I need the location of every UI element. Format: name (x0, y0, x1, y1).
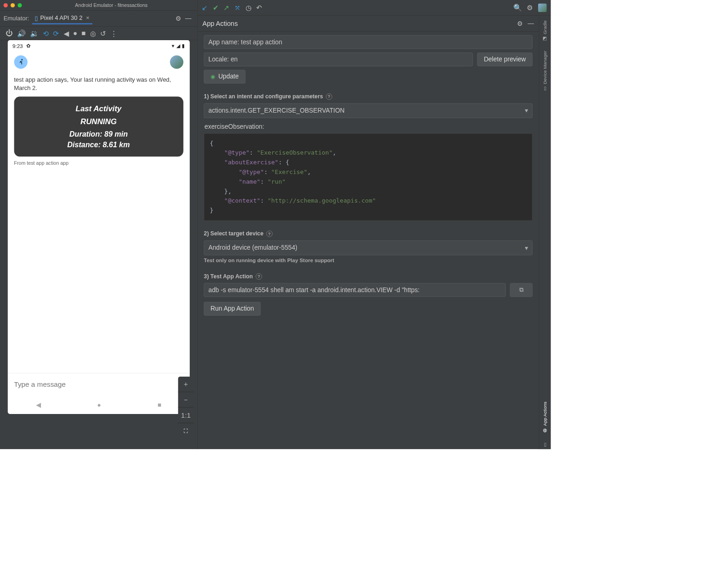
emulator-device-name: Pixel 4 API 30 2 (40, 14, 83, 21)
intent-select[interactable]: actions.intent.GET_EXERCISE_OBSERVATION … (204, 103, 533, 118)
rail-app-actions-label: App Actions (542, 402, 547, 426)
arrow-merge-icon[interactable]: ⤱ (234, 3, 240, 12)
rail-device-manager[interactable]: ▯ Device Manager (542, 49, 547, 93)
emulator-device-tab[interactable]: ▯ Pixel 4 API 30 2 × (32, 13, 92, 24)
rotate-right-icon[interactable]: ⟳ (53, 29, 59, 37)
device-select[interactable]: Android device (emulator-5554) ▾ (204, 240, 533, 255)
minimize-icon[interactable]: — (185, 15, 192, 22)
arrow-out-icon[interactable]: ↗ (223, 3, 229, 12)
chat-input-area[interactable] (7, 373, 189, 396)
rail-gradle[interactable]: ◪ Gradle (542, 19, 547, 43)
zoom-controls: ＋ － 1:1 ⛶ (178, 377, 194, 438)
emulator-titlebar[interactable]: Android Emulator - fitnessactions (0, 0, 197, 11)
battery-icon: ▮ (182, 42, 185, 49)
android-status-bar: 9:23 ✿ ▾ ◢ ▮ (7, 40, 189, 51)
zoom-reset-button[interactable]: 1:1 (178, 408, 194, 423)
back-icon[interactable]: ◀ (64, 29, 69, 37)
panel-minimize-icon[interactable]: — (528, 20, 534, 27)
gear-icon[interactable]: ⚙ (175, 15, 181, 23)
gradle-icon: ◪ (542, 36, 547, 42)
json-editor[interactable]: { "@type": "ExerciseObservation", "about… (204, 133, 533, 221)
menu-icon[interactable]: ⋮ (110, 29, 117, 37)
adb-command-field[interactable]: adb -s emulator-5554 shell am start -a a… (204, 283, 506, 297)
copy-button[interactable]: ⧉ (510, 283, 533, 297)
delete-preview-button[interactable]: Delete preview (477, 53, 533, 66)
app-name-field[interactable]: App name: test app action (204, 35, 533, 49)
screenshot-icon[interactable]: ◎ (90, 29, 96, 37)
check-icon[interactable]: ✔ (213, 3, 219, 12)
intent-select-value: actions.intent.GET_EXERCISE_OBSERVATION (209, 107, 345, 114)
step1-label: 1) Select an intent and configure parame… (204, 93, 533, 100)
step2-text: 2) Select target device (204, 230, 264, 237)
record-icon[interactable]: ↺ (100, 29, 106, 37)
panel-header: App Actions ⚙ — (198, 16, 539, 32)
android-nav-bar: ◀ ● ■ (7, 396, 189, 414)
status-gear-icon: ✿ (26, 42, 31, 49)
ide-toolbar: ↙ ✔ ↗ ⤱ ◷ ↶ 🔍 ⚙ (198, 0, 551, 16)
update-button-label: Update (218, 73, 239, 80)
panel-content: App name: test app action Locale: en Del… (198, 32, 539, 450)
emulator-window-title: Android Emulator - fitnessactions (29, 2, 194, 8)
ide-gear-icon[interactable]: ⚙ (527, 3, 533, 12)
emulator-toolbar: ⏻ 🔊 🔉 ⟲ ⟳ ◀ ● ■ ◎ ↺ ⋮ (0, 27, 197, 40)
zoom-in-button[interactable]: ＋ (178, 377, 194, 392)
nav-overview-icon[interactable]: ■ (157, 401, 161, 408)
ide-panel: ↙ ✔ ↗ ⤱ ◷ ↶ 🔍 ⚙ App Actions ⚙ — App name… (198, 0, 551, 449)
emulator-label: Emulator: (4, 15, 30, 22)
param-label: exerciseObservation: (204, 123, 533, 131)
locale-field[interactable]: Locale: en (204, 53, 473, 66)
traffic-lights[interactable] (4, 3, 22, 7)
card-distance: Distance: 8.61 km (18, 140, 180, 149)
fullscreen-button[interactable]: ⛶ (178, 423, 194, 439)
emulator-tabbar: Emulator: ▯ Pixel 4 API 30 2 × ⚙ — (0, 11, 197, 27)
search-icon[interactable]: 🔍 (513, 3, 522, 12)
update-button[interactable]: ◉ Update (204, 70, 246, 84)
chat-body: test app action says, Your last running … (7, 72, 189, 373)
ide-avatar[interactable] (538, 3, 547, 12)
phone-icon: ▯ (35, 14, 38, 22)
device-hint: Test only on running device with Play St… (204, 257, 533, 263)
minimize-dot-icon[interactable] (11, 3, 15, 7)
help-icon[interactable]: ? (326, 93, 332, 100)
device-select-value: Android device (emulator-5554) (209, 244, 298, 252)
phone-small-icon: ▯ (542, 443, 547, 448)
activity-card: Last Activity RUNNING Duration: 89 min D… (14, 96, 183, 156)
device-screen[interactable]: 9:23 ✿ ▾ ◢ ▮ test app action says, Your … (7, 40, 189, 414)
chat-input[interactable] (14, 380, 183, 389)
panel-gear-icon[interactable]: ⚙ (517, 19, 523, 27)
home-icon[interactable]: ● (73, 29, 77, 37)
undo-icon[interactable]: ↶ (256, 3, 262, 12)
rail-extra[interactable]: ▯ (542, 441, 547, 450)
run-app-action-button[interactable]: Run App Action (204, 302, 261, 316)
clock-icon[interactable]: ◷ (246, 3, 252, 12)
step3-label: 3) Test App Action ? (204, 273, 533, 280)
rail-app-actions[interactable]: ◍ App Actions (542, 400, 547, 435)
help-icon-3[interactable]: ? (256, 273, 262, 280)
volume-down-icon[interactable]: 🔉 (30, 29, 39, 37)
rotate-left-icon[interactable]: ⟲ (43, 29, 49, 37)
from-app-label: From test app action app (14, 160, 183, 166)
power-icon[interactable]: ⏻ (6, 29, 12, 37)
wifi-icon: ▾ (172, 42, 174, 49)
running-icon[interactable] (14, 55, 27, 69)
step3-text: 3) Test App Action (204, 273, 253, 280)
zoom-dot-icon[interactable] (18, 3, 22, 7)
nav-back-icon[interactable]: ◀ (36, 401, 41, 409)
user-avatar[interactable] (170, 55, 183, 69)
step1-text: 1) Select an intent and configure parame… (204, 93, 323, 100)
rail-device-manager-label: Device Manager (542, 51, 547, 84)
assistant-icon: ◍ (542, 428, 547, 433)
close-tab-icon[interactable]: × (86, 14, 90, 21)
overview-icon[interactable]: ■ (82, 29, 86, 37)
arrow-in-icon[interactable]: ↙ (202, 3, 208, 12)
nav-home-icon[interactable]: ● (97, 401, 101, 408)
signal-icon: ◢ (176, 42, 180, 49)
zoom-out-button[interactable]: － (178, 392, 194, 408)
card-duration: Duration: 89 min (18, 130, 180, 138)
help-icon-2[interactable]: ? (266, 230, 273, 237)
volume-up-icon[interactable]: 🔊 (17, 29, 26, 37)
close-dot-icon[interactable] (4, 3, 8, 7)
chevron-down-icon: ▾ (525, 107, 528, 114)
run-button-label: Run App Action (210, 305, 254, 312)
delete-preview-label: Delete preview (484, 56, 526, 63)
